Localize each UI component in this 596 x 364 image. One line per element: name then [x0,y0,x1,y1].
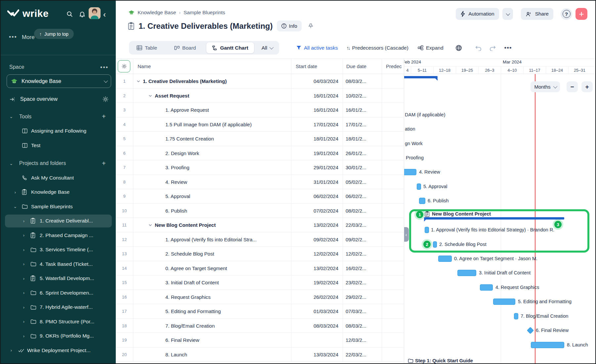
table-row[interactable]: 2Asset Request16/01/202410/02/2... [116,89,404,103]
task-name-cell[interactable]: 4. Request Graphics [133,290,291,304]
start-date-cell[interactable]: 13/03/2024 [291,347,343,362]
sidebar-item-space-overview[interactable]: Space overview [9,94,108,104]
task-name-cell[interactable]: 1. Creative Deliverables (Marketing) [133,74,291,89]
sidebar-item[interactable]: ⌄Sample Blueprints [1,199,116,214]
automation-button[interactable]: Automation [456,8,499,20]
task-name-cell[interactable]: 1. Approve Request [133,103,291,117]
task-name-cell[interactable]: 2. Schedule Blog Post [133,247,291,261]
task-name-cell[interactable]: 2. Design Work [133,146,291,161]
due-date-cell[interactable]: 23/02/2... [343,275,382,290]
start-date-cell[interactable]: 09/02/2024 [291,232,343,247]
gantt-milestone-diamond[interactable] [527,327,534,334]
task-name-cell[interactable]: 6. Publish [133,204,291,218]
redo-icon[interactable] [489,45,496,51]
column-header-due-date[interactable]: Due date [346,59,366,74]
tab-gantt-chart[interactable]: Gantt Chart [206,42,254,54]
breadcrumb-knowledge-base[interactable]: Knowledge Base [138,10,176,16]
gantt-project-label[interactable]: New Blog Content Project [432,211,491,217]
gantt-task-bar[interactable] [457,270,476,276]
gantt-task-label[interactable]: 6. Final Review [536,328,569,333]
due-date-cell[interactable]: 22/03/2... [343,347,382,362]
table-row[interactable]: 153. Initial Draft of Content19/02/20242… [116,275,404,290]
sidebar-item[interactable]: ›Wrike Deployment Project... [1,343,116,358]
share-button[interactable]: Share [521,8,553,20]
project-summary-bar[interactable] [404,76,438,78]
collapse-sidebar-icon[interactable]: ‹ [103,10,106,19]
table-row[interactable]: 73. Proofing29/01/202430/01/2... [116,160,404,175]
tab-table[interactable]: Table [131,41,163,55]
expander-chevron-icon[interactable]: › [9,348,13,353]
table-row[interactable]: 62. Design Work19/01/202426/01/2... [116,146,404,161]
sidebar-item[interactable]: ›2. Phased Campaign ... [1,228,116,243]
gantt-task-bar[interactable] [404,169,416,175]
start-date-cell[interactable]: 16/01/2024 [291,103,343,117]
due-date-cell[interactable]: 17/01/2... [343,117,382,132]
expander-chevron-icon[interactable]: › [22,247,26,252]
start-date-cell[interactable] [291,333,343,347]
jump-to-top-button[interactable]: ↑ Jump to top [34,29,74,39]
wrike-logo[interactable]: wrike [7,8,49,19]
table-row[interactable]: 31. Approve Request16/01/202416/01/2... [116,103,404,117]
add-new-button[interactable]: + [575,8,587,20]
column-header-name[interactable]: Name [138,59,151,74]
due-date-cell[interactable]: 16/01/2... [343,103,382,117]
start-date-cell[interactable]: 08/03/2024 [291,319,343,333]
more-options-icon[interactable]: ••• [504,44,512,52]
start-date-cell[interactable]: 19/02/2024 [291,275,343,290]
gantt-task-bar[interactable] [425,227,429,233]
table-row[interactable]: 175. Editing and Formatting01/03/202407/… [116,304,404,319]
table-row[interactable]: 84. Review31/01/202405/02/2... [116,175,404,189]
table-row[interactable]: 187. Blog/Email Creation08/03/202408/03/… [116,319,404,333]
sidebar-item[interactable]: Ask My Consultant [1,171,116,185]
table-row[interactable]: 51.75 Content Creation18/01/202418/01/2.… [116,132,404,146]
start-date-cell[interactable]: 01/03/2024 [291,304,343,319]
sidebar-item[interactable]: Assigning and Following [1,124,116,139]
start-date-cell[interactable]: 04/03/2024 [291,74,343,89]
start-date-cell[interactable]: 17/01/2024 [291,117,343,132]
sidebar-item[interactable]: ›1. Creative Deliverabl... [1,214,116,228]
gantt-task-label[interactable]: ation [405,126,415,132]
task-name-cell[interactable]: 7. Blog/Email Creation [133,319,291,333]
gantt-task-label[interactable]: Proofing [406,155,424,160]
sidebar-section-header[interactable]: ⌄Tools+ [1,109,116,124]
start-date-cell[interactable]: 18/01/2024 [291,132,343,146]
table-row[interactable]: 140. Agree on Target Segment13/02/202416… [116,261,404,276]
table-row[interactable]: 196. Final Review12/03/2... [116,333,404,347]
task-name-cell[interactable]: 8. Launch [133,347,291,362]
gantt-task-bar[interactable] [480,284,493,291]
table-row[interactable]: 11. Creative Deliverables (Marketing)04/… [116,74,404,89]
start-date-cell[interactable]: 06/02/2024 [291,189,343,204]
gantt-task-label[interactable]: gn Work [405,141,423,146]
sidebar-item[interactable]: ›4. Task Based (Ticket... [1,257,116,271]
due-date-cell[interactable]: 12/02/2... [343,247,382,261]
gantt-task-label[interactable]: 3. Initial Draft of Content [479,270,531,275]
due-date-cell[interactable]: 16/02/2... [343,261,382,276]
task-name-cell[interactable]: Asset Request [133,89,291,103]
sidebar-item[interactable]: ›8. PMO Structure (Por... [1,314,116,329]
due-date-cell[interactable]: 09/02/2... [343,232,382,247]
view-all-dropdown[interactable]: All [257,45,277,51]
gantt-task-bar[interactable] [417,183,421,190]
expander-chevron-icon[interactable]: › [22,319,26,324]
table-row[interactable]: 106. Publish07/02/202408/02/2... [116,204,404,218]
notifications-bell-icon[interactable] [79,11,86,18]
due-date-cell[interactable]: 06/02/2... [343,189,382,204]
column-header-predecessors[interactable]: Predec [386,59,402,74]
gantt-task-bar[interactable] [419,198,425,204]
user-avatar[interactable] [89,7,101,19]
sidebar-item[interactable]: ›9. OKRs (Portfolio Mg... [1,329,116,344]
space-options-icon[interactable]: ••• [100,64,108,71]
gantt-task-bar[interactable] [493,299,515,305]
task-name-cell[interactable]: New Blog Content Project [133,218,291,232]
sort-predecessors-button[interactable]: ↑↓ Predecessors (Cascade) [346,45,408,51]
expander-chevron-icon[interactable]: › [22,334,26,339]
gear-icon[interactable] [103,96,108,102]
gantt-task-label[interactable]: DAM (if applicable) [405,112,446,117]
table-row[interactable]: 132. Schedule Blog Post12/02/202412/02/2… [116,247,404,261]
sidebar-item[interactable]: Test [1,138,116,153]
table-row[interactable]: 164. Request Graphics26/02/202429/02/2..… [116,290,404,304]
language-globe-icon[interactable] [455,45,462,51]
expander-chevron-icon[interactable]: › [22,276,26,281]
task-name-cell[interactable]: 1.5 Pull Image from DAM (if applicable) [133,117,291,132]
expander-chevron-icon[interactable]: › [22,290,26,295]
